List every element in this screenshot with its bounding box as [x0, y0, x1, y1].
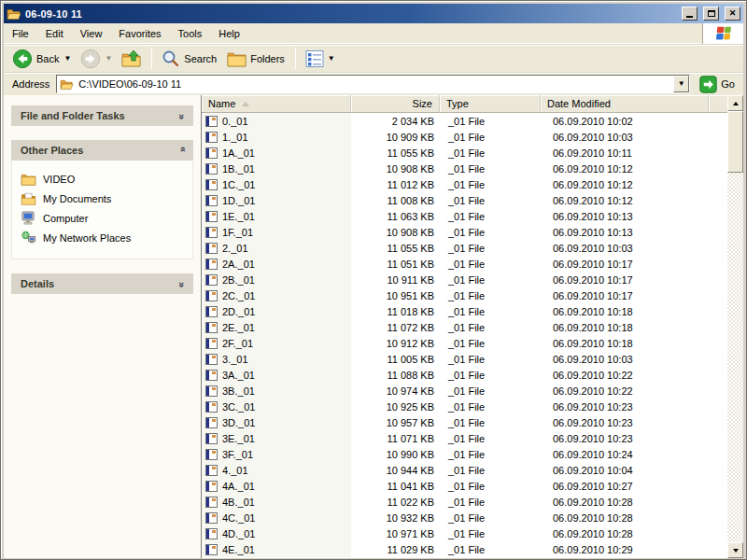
menu-view[interactable]: View [72, 25, 111, 42]
triangle-up-icon [733, 102, 739, 105]
address-dropdown-button[interactable]: ▼ [673, 76, 689, 92]
table-row[interactable]: 4C._0110 932 KB_01 File06.09.2010 10:28 [202, 510, 727, 525]
table-row[interactable]: 2A._0111 051 KB_01 File06.09.2010 10:17 [202, 256, 727, 272]
back-dropdown-icon[interactable]: ▼ [63, 55, 71, 63]
file-date-modified: 06.09.2010 10:18 [541, 306, 709, 317]
menu-favorites[interactable]: Favorites [110, 25, 169, 42]
file-type: _01 File [440, 544, 541, 555]
section-details: Details » [11, 273, 193, 294]
table-row[interactable]: 4E._0111 029 KB_01 File06.09.2010 10:29 [202, 541, 727, 557]
table-row[interactable]: 1F._0110 908 KB_01 File06.09.2010 10:13 [202, 224, 727, 240]
file-and-folder-tasks-header[interactable]: File and Folder Tasks » [11, 105, 193, 126]
file-name: 2C._01 [202, 287, 351, 303]
section-title: File and Folder Tasks [21, 110, 125, 121]
other-places-body: VIDEO My Documents [11, 161, 193, 259]
address-value: C:\VIDEO\06-09-10 11 [78, 78, 181, 90]
folders-button[interactable]: Folders [222, 49, 290, 69]
up-button[interactable] [117, 48, 147, 70]
table-row[interactable]: 1E._0111 063 KB_01 File06.09.2010 10:13 [202, 208, 727, 224]
windows-logo-icon [714, 25, 733, 42]
search-button[interactable]: Search [157, 48, 222, 70]
views-button[interactable]: ▼ [301, 48, 340, 70]
sidebar-item-label: VIDEO [43, 174, 75, 185]
table-row[interactable]: 2._0111 055 KB_01 File06.09.2010 10:03 [202, 240, 727, 256]
table-row[interactable]: 1._0110 909 KB_01 File06.09.2010 10:03 [202, 129, 727, 145]
file-name: 3._01 [202, 351, 351, 367]
column-header-type[interactable]: Type [440, 95, 541, 112]
column-header-date-modified[interactable]: Date Modified [541, 95, 709, 112]
sort-ascending-icon [242, 102, 249, 106]
menu-tools[interactable]: Tools [170, 25, 211, 42]
table-row[interactable]: 1D._0111 008 KB_01 File06.09.2010 10:12 [202, 192, 727, 208]
table-row[interactable]: 3._0111 005 KB_01 File06.09.2010 10:03 [202, 351, 727, 367]
table-row[interactable]: 1A._0111 055 KB_01 File06.09.2010 10:11 [202, 145, 727, 161]
file-name-text: 2F._01 [222, 338, 253, 349]
other-places-header[interactable]: Other Places » [11, 140, 193, 161]
file-name: 4E._01 [202, 541, 351, 557]
table-row[interactable]: 2F._0110 912 KB_01 File06.09.2010 10:18 [202, 335, 727, 351]
table-row[interactable]: 4D._0110 971 KB_01 File06.09.2010 10:28 [202, 525, 727, 541]
file-type: _01 File [440, 354, 541, 365]
address-input[interactable]: C:\VIDEO\06-09-10 11 ▼ [56, 75, 690, 93]
views-dropdown-icon[interactable]: ▼ [328, 55, 335, 63]
menu-file[interactable]: File [4, 25, 37, 42]
table-row[interactable]: 2E._0111 072 KB_01 File06.09.2010 10:18 [202, 319, 727, 335]
sidebar-item-video[interactable]: VIDEO [21, 169, 189, 189]
forward-button[interactable]: ▼ [76, 47, 117, 71]
file-name-text: 4C._01 [222, 512, 255, 524]
file-type: _01 File [440, 417, 541, 428]
file-type: _01 File [440, 370, 541, 381]
table-row[interactable]: 2C._0110 951 KB_01 File06.09.2010 10:17 [202, 287, 727, 303]
file-date-modified: 06.09.2010 10:04 [541, 465, 709, 476]
table-row[interactable]: 4._0110 944 KB_01 File06.09.2010 10:04 [202, 462, 727, 478]
file-name-text: 2A._01 [222, 259, 255, 270]
sidebar-item-computer[interactable]: Computer [21, 208, 189, 228]
table-row[interactable]: 3C._0110 925 KB_01 File06.09.2010 10:23 [202, 399, 727, 414]
file-icon [205, 528, 218, 539]
details-header[interactable]: Details » [11, 273, 193, 294]
minimize-button[interactable] [682, 7, 698, 21]
table-row[interactable]: 3F._0110 990 KB_01 File06.09.2010 10:24 [202, 446, 727, 462]
scroll-down-button[interactable] [727, 542, 743, 558]
close-button[interactable]: ✕ [725, 7, 740, 21]
go-button[interactable]: Go [697, 75, 740, 94]
main-content: File and Folder Tasks » Other Places » V [4, 95, 743, 558]
file-icon [205, 385, 218, 397]
sidebar-item-my-documents[interactable]: My Documents [21, 189, 189, 208]
file-type: _01 File [440, 497, 541, 508]
back-button[interactable]: Back ▼ [7, 47, 76, 71]
scrollbar-thumb[interactable] [727, 111, 743, 173]
search-icon [162, 49, 180, 68]
column-header-size[interactable]: Size [351, 95, 440, 112]
toolbar-separator [151, 48, 152, 69]
table-row[interactable]: 1B._0110 908 KB_01 File06.09.2010 10:12 [202, 161, 727, 176]
file-size: 11 022 KB [351, 497, 440, 508]
maximize-button[interactable] [703, 7, 719, 21]
table-row[interactable]: 2B._0110 911 KB_01 File06.09.2010 10:17 [202, 272, 727, 287]
sidebar-item-label: Computer [43, 213, 88, 224]
menu-edit[interactable]: Edit [37, 25, 72, 42]
table-row[interactable]: 1C._0111 012 KB_01 File06.09.2010 10:12 [202, 176, 727, 192]
menu-help[interactable]: Help [210, 25, 248, 42]
table-row[interactable]: 3E._0111 071 KB_01 File06.09.2010 10:23 [202, 430, 727, 446]
table-row[interactable]: 4B._0111 022 KB_01 File06.09.2010 10:28 [202, 494, 727, 510]
table-row[interactable]: 2D._0111 018 KB_01 File06.09.2010 10:18 [202, 303, 727, 319]
table-row[interactable]: 0._012 034 KB_01 File06.09.2010 10:02 [202, 113, 727, 129]
section-other-places: Other Places » VIDEO [11, 140, 193, 259]
scrollbar-track[interactable] [727, 173, 743, 542]
table-row[interactable]: 3D._0110 957 KB_01 File06.09.2010 10:23 [202, 414, 727, 430]
file-icon [205, 370, 218, 381]
sidebar-item-label: My Documents [43, 193, 111, 204]
sidebar-item-my-network-places[interactable]: My Network Places [21, 228, 189, 247]
computer-icon [21, 211, 36, 225]
scroll-up-button[interactable] [727, 95, 743, 111]
table-row[interactable]: 3B._0110 974 KB_01 File06.09.2010 10:22 [202, 383, 727, 399]
forward-dropdown-icon[interactable]: ▼ [105, 55, 112, 63]
back-label: Back [36, 53, 60, 64]
table-row[interactable]: 3A._0111 088 KB_01 File06.09.2010 10:22 [202, 367, 727, 383]
table-row[interactable]: 4A._0111 041 KB_01 File06.09.2010 10:27 [202, 478, 727, 494]
column-header-name[interactable]: Name [202, 95, 351, 112]
file-date-modified: 06.09.2010 10:28 [541, 512, 709, 524]
file-date-modified: 06.09.2010 10:27 [541, 481, 709, 492]
address-folder-icon [60, 78, 74, 91]
